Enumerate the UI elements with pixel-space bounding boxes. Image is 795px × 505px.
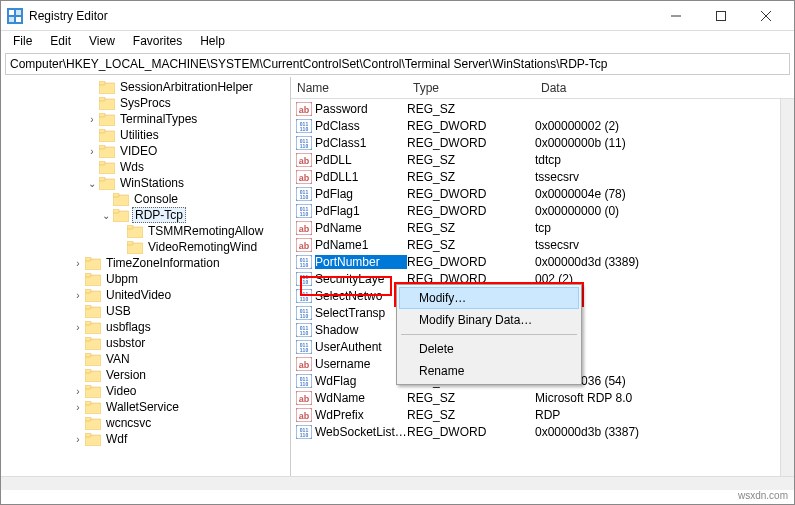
value-type: REG_DWORD — [407, 204, 535, 218]
tree-item[interactable]: wcncsvc — [1, 415, 290, 431]
menu-view[interactable]: View — [81, 32, 123, 50]
menu-delete[interactable]: Delete — [399, 338, 579, 360]
dword-value-icon — [296, 374, 312, 388]
value-type: REG_SZ — [407, 391, 535, 405]
tree-label: Wdf — [104, 432, 129, 446]
folder-icon — [127, 225, 143, 238]
expand-icon[interactable]: › — [71, 258, 85, 269]
tree-item[interactable]: ⌄WinStations — [1, 175, 290, 191]
minimize-button[interactable] — [653, 2, 698, 30]
collapse-icon[interactable]: ⌄ — [85, 178, 99, 189]
col-data[interactable]: Data — [535, 81, 794, 95]
list-row[interactable]: PortNumberREG_DWORD0x00000d3d (3389) — [291, 253, 794, 270]
list-row[interactable]: PdFlag1REG_DWORD0x00000000 (0) — [291, 202, 794, 219]
tree-item[interactable]: USB — [1, 303, 290, 319]
tree-item[interactable]: ›WalletService — [1, 399, 290, 415]
tree-item[interactable]: ›Video — [1, 383, 290, 399]
tree-label: USB — [104, 304, 133, 318]
tree-panel[interactable]: SessionArbitrationHelperSysProcs›Termina… — [1, 77, 291, 490]
value-name: Shadow — [315, 323, 407, 337]
value-name: SecurityLaye — [315, 272, 407, 286]
menubar: File Edit View Favorites Help — [1, 31, 794, 51]
list-row[interactable]: WebSocketListe…REG_DWORD0x00000d3b (3387… — [291, 423, 794, 440]
tree-item[interactable]: SysProcs — [1, 95, 290, 111]
tree-item[interactable]: Version — [1, 367, 290, 383]
tree-item[interactable]: Utilities — [1, 127, 290, 143]
tree-item[interactable]: ›TimeZoneInformation — [1, 255, 290, 271]
menu-file[interactable]: File — [5, 32, 40, 50]
tree-item[interactable]: Ubpm — [1, 271, 290, 287]
folder-icon — [99, 145, 115, 158]
window-title: Registry Editor — [29, 9, 653, 23]
folder-icon — [85, 337, 101, 350]
col-type[interactable]: Type — [407, 81, 535, 95]
context-menu: Modify… Modify Binary Data… Delete Renam… — [396, 284, 582, 385]
value-type: REG_DWORD — [407, 425, 535, 439]
tree-item[interactable]: TSMMRemotingAllow — [1, 223, 290, 239]
string-value-icon — [296, 102, 312, 116]
list-row[interactable]: PdClass1REG_DWORD0x0000000b (11) — [291, 134, 794, 151]
value-data: tssecsrv — [535, 238, 794, 252]
tree-label: TerminalTypes — [118, 112, 199, 126]
list-header: Name Type Data — [291, 77, 794, 99]
string-value-icon — [296, 238, 312, 252]
list-row[interactable]: WdPrefixREG_SZRDP — [291, 406, 794, 423]
list-row[interactable]: PasswordREG_SZ — [291, 100, 794, 117]
value-type: REG_DWORD — [407, 187, 535, 201]
list-row[interactable]: WdNameREG_SZMicrosoft RDP 8.0 — [291, 389, 794, 406]
address-bar[interactable]: Computer\HKEY_LOCAL_MACHINE\SYSTEM\Curre… — [5, 53, 790, 75]
menu-edit[interactable]: Edit — [42, 32, 79, 50]
horizontal-scrollbar[interactable] — [291, 476, 794, 490]
list-row[interactable]: PdNameREG_SZtcp — [291, 219, 794, 236]
menu-rename[interactable]: Rename — [399, 360, 579, 382]
collapse-icon[interactable]: ⌄ — [99, 210, 113, 221]
list-row[interactable]: PdClassREG_DWORD0x00000002 (2) — [291, 117, 794, 134]
tree-label: VIDEO — [118, 144, 159, 158]
list-row[interactable]: PdName1REG_SZtssecsrv — [291, 236, 794, 253]
tree-item[interactable]: Console — [1, 191, 290, 207]
tree-item[interactable]: ›UnitedVideo — [1, 287, 290, 303]
close-button[interactable] — [743, 2, 788, 30]
menu-favorites[interactable]: Favorites — [125, 32, 190, 50]
value-name: PdFlag — [315, 187, 407, 201]
folder-icon — [85, 401, 101, 414]
vertical-scrollbar[interactable] — [780, 99, 794, 476]
statusbar: wsxdn.com — [738, 490, 794, 504]
tree-item[interactable]: VideoRemotingWind — [1, 239, 290, 255]
list-row[interactable]: PdFlagREG_DWORD0x0000004e (78) — [291, 185, 794, 202]
tree-item[interactable]: SessionArbitrationHelper — [1, 79, 290, 95]
dword-value-icon — [296, 255, 312, 269]
tree-item[interactable]: VAN — [1, 351, 290, 367]
tree-item[interactable]: usbstor — [1, 335, 290, 351]
menu-modify-binary[interactable]: Modify Binary Data… — [399, 309, 579, 331]
tree-item[interactable]: ›usbflags — [1, 319, 290, 335]
expand-icon[interactable]: › — [71, 434, 85, 445]
tree-item[interactable]: ›Wdf — [1, 431, 290, 447]
menu-help[interactable]: Help — [192, 32, 233, 50]
tree-label: Utilities — [118, 128, 161, 142]
tree-horizontal-scrollbar[interactable] — [1, 476, 291, 490]
tree-item[interactable]: Wds — [1, 159, 290, 175]
expand-icon[interactable]: › — [85, 146, 99, 157]
list-row[interactable]: PdDLLREG_SZtdtcp — [291, 151, 794, 168]
folder-icon — [113, 209, 129, 222]
dword-value-icon — [296, 340, 312, 354]
expand-icon[interactable]: › — [71, 402, 85, 413]
tree-label: RDP-Tcp — [132, 207, 186, 223]
tree-label: WalletService — [104, 400, 181, 414]
titlebar: Registry Editor — [1, 1, 794, 31]
tree-item[interactable]: ›VIDEO — [1, 143, 290, 159]
maximize-button[interactable] — [698, 2, 743, 30]
menu-modify[interactable]: Modify… — [399, 287, 579, 309]
tree-label: Console — [132, 192, 180, 206]
folder-icon — [99, 113, 115, 126]
tree-item[interactable]: ›TerminalTypes — [1, 111, 290, 127]
string-value-icon — [296, 153, 312, 167]
expand-icon[interactable]: › — [71, 322, 85, 333]
expand-icon[interactable]: › — [85, 114, 99, 125]
expand-icon[interactable]: › — [71, 290, 85, 301]
col-name[interactable]: Name — [291, 81, 407, 95]
expand-icon[interactable]: › — [71, 386, 85, 397]
tree-item[interactable]: ⌄RDP-Tcp — [1, 207, 290, 223]
list-row[interactable]: PdDLL1REG_SZtssecsrv — [291, 168, 794, 185]
